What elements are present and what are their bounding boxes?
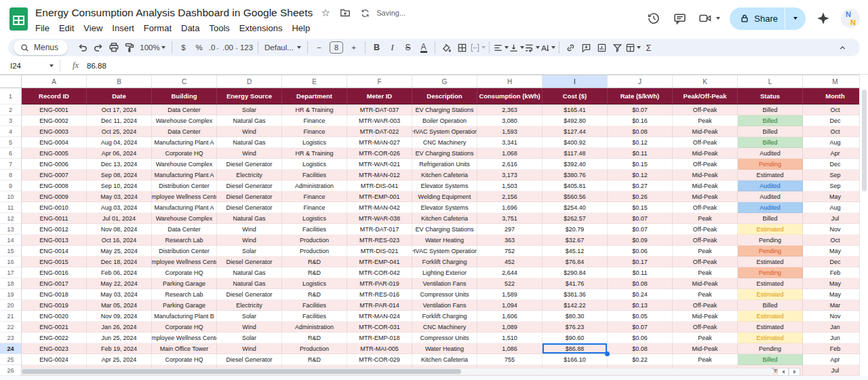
cell-K18[interactable]: Mid-Peak <box>673 278 738 289</box>
row-header-20[interactable]: 20 <box>0 300 22 311</box>
column-header-H[interactable]: H <box>477 75 542 88</box>
cell-C19[interactable]: Research Lab <box>152 289 217 300</box>
borders-button[interactable] <box>454 39 470 56</box>
cell-F8[interactable]: MTR-MAN-012 <box>347 170 412 180</box>
cell-J9[interactable]: $0.27 <box>608 180 673 191</box>
row-header-9[interactable]: 9 <box>0 180 22 191</box>
cell-D17[interactable]: Natural Gas <box>217 267 282 278</box>
cell-H21[interactable]: 1,606 <box>477 311 542 322</box>
cell-D20[interactable]: Electricity <box>217 300 282 311</box>
cell-M19[interactable]: May <box>803 289 868 300</box>
cell-J17[interactable]: $0.11 <box>608 267 673 278</box>
merge-cells-button[interactable] <box>470 39 486 56</box>
cell-A18[interactable]: ENG-0017 <box>22 278 87 289</box>
cell-C9[interactable]: Distribution Center <box>152 180 217 191</box>
scroll-right-button[interactable] <box>789 368 800 376</box>
vertical-scrollbar[interactable] <box>859 75 868 380</box>
cell-A21[interactable]: ENG-0020 <box>22 311 87 322</box>
cell-C23[interactable]: Employee Wellness Center <box>152 332 217 343</box>
cell-K5[interactable]: Off-Peak <box>673 137 738 148</box>
cell-L12[interactable]: Billed <box>738 213 803 224</box>
cell-K14[interactable]: Off-Peak <box>673 235 738 246</box>
cell-F4[interactable]: MTR-DAT-022 <box>347 126 412 137</box>
cell-J3[interactable]: $0.16 <box>608 115 673 126</box>
format-currency-button[interactable]: $ <box>176 39 191 56</box>
column-header-L[interactable]: L <box>738 75 803 88</box>
cell-L4[interactable]: Billed <box>738 126 803 137</box>
cell-E16[interactable]: R&D <box>282 256 347 267</box>
cell-M16[interactable]: Dec <box>803 256 868 267</box>
cell-F2[interactable]: MTR-DAT-037 <box>347 104 412 115</box>
row-header-21[interactable]: 21 <box>0 311 22 322</box>
cell-G1[interactable]: Description <box>412 88 477 104</box>
cell-H24[interactable]: 1,086 <box>477 343 542 354</box>
row-header-2[interactable]: 2 <box>0 104 22 115</box>
cell-I21[interactable]: $80.30 <box>542 311 608 322</box>
cell-B9[interactable]: Sep 10, 2024 <box>87 180 152 191</box>
cell-G5[interactable]: CNC Machinery <box>412 137 477 148</box>
cell-M2[interactable]: Oct <box>803 104 868 115</box>
font-select[interactable]: Defaul... <box>262 39 304 56</box>
cell-J10[interactable]: $0.26 <box>608 191 673 202</box>
cell-I3[interactable]: $492.80 <box>542 115 608 126</box>
cell-E10[interactable]: Finance <box>282 191 347 202</box>
share-dropdown-icon[interactable] <box>785 7 806 30</box>
cell-I13[interactable]: $20.79 <box>542 224 608 235</box>
cell-C7[interactable]: Warehouse Complex <box>152 159 217 170</box>
cell-G16[interactable]: Forklift Charging <box>412 256 477 267</box>
cell-H8[interactable]: 3,173 <box>477 170 542 180</box>
menu-item-edit[interactable]: Edit <box>54 22 79 34</box>
paint-format-button[interactable] <box>121 39 137 56</box>
cell-K16[interactable]: Off-Peak <box>673 256 738 267</box>
cell-F13[interactable]: MTR-DAT-017 <box>347 224 412 235</box>
cell-L24[interactable]: Pending <box>738 343 803 354</box>
cell-G20[interactable]: Ventilation Fans <box>412 300 477 311</box>
cell-G8[interactable]: Kitchen Cafeteria <box>412 170 477 180</box>
cell-C1[interactable]: Building <box>152 88 217 104</box>
cell-K8[interactable]: Mid-Peak <box>673 170 738 180</box>
cell-H7[interactable]: 2,616 <box>477 159 542 170</box>
cell-D18[interactable]: Natural Gas <box>217 278 282 289</box>
cell-C6[interactable]: Corporate HQ <box>152 148 217 159</box>
column-header-D[interactable]: D <box>217 75 282 88</box>
row-header-12[interactable]: 12 <box>0 213 22 224</box>
cell-E11[interactable]: Finance <box>282 202 347 213</box>
cell-G3[interactable]: Boiler Operation <box>412 115 477 126</box>
cell-K7[interactable]: Off-Peak <box>673 159 738 170</box>
cell-K13[interactable]: Off-Peak <box>673 224 738 235</box>
cell-F20[interactable]: MTR-PAR-014 <box>347 300 412 311</box>
cell-H23[interactable]: 1,510 <box>477 332 542 343</box>
cell-F21[interactable]: MTR-MAN-024 <box>347 311 412 322</box>
cell-H3[interactable]: 3,080 <box>477 115 542 126</box>
cell-L13[interactable]: Estimated <box>738 224 803 235</box>
row-header-7[interactable]: 7 <box>0 159 22 170</box>
cell-L3[interactable]: Billed <box>738 115 803 126</box>
column-header-B[interactable]: B <box>87 75 152 88</box>
cell-B12[interactable]: Jul 01, 2024 <box>87 213 152 224</box>
cell-I25[interactable]: $166.10 <box>542 354 608 365</box>
cell-C13[interactable]: Data Center <box>152 224 217 235</box>
row-header-11[interactable]: 11 <box>0 202 22 213</box>
cell-C2[interactable]: Data Center <box>152 104 217 115</box>
cell-H15[interactable]: 752 <box>477 246 542 256</box>
cell-C10[interactable]: Employee Wellness Center <box>152 191 217 202</box>
version-history-icon[interactable] <box>646 10 662 26</box>
cell-I18[interactable]: $41.76 <box>542 278 608 289</box>
cell-M1[interactable]: Month <box>803 88 868 104</box>
menu-item-data[interactable]: Data <box>176 22 204 34</box>
menu-item-help[interactable]: Help <box>287 22 315 34</box>
cell-E1[interactable]: Department <box>282 88 347 104</box>
cell-L22[interactable]: Estimated <box>738 322 803 332</box>
cell-B23[interactable]: Jun 25, 2024 <box>87 332 152 343</box>
cell-L16[interactable]: Estimated <box>738 256 803 267</box>
sheets-logo-icon[interactable] <box>9 7 28 31</box>
cell-K6[interactable]: Mid-Peak <box>673 148 738 159</box>
cell-I5[interactable]: $400.92 <box>542 137 608 148</box>
table-views-button[interactable] <box>625 39 641 56</box>
cell-L19[interactable]: Estimated <box>738 289 803 300</box>
cell-K17[interactable]: Peak <box>673 267 738 278</box>
cell-L2[interactable]: Billed <box>738 104 803 115</box>
cell-L20[interactable]: Billed <box>738 300 803 311</box>
cell-G2[interactable]: EV Charging Stations <box>412 104 477 115</box>
cell-J21[interactable]: $0.05 <box>608 311 673 322</box>
